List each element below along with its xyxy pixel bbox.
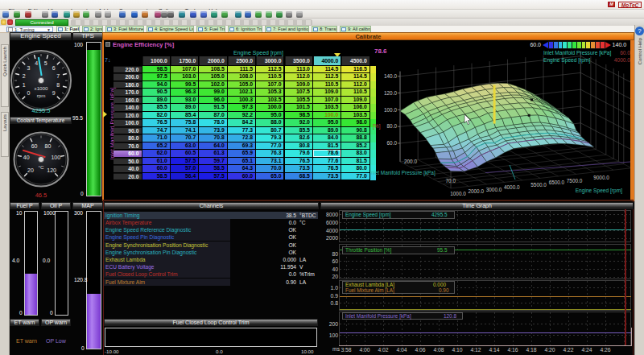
svg-text:4295.5: 4295.5 bbox=[32, 107, 51, 114]
svg-text:80.0: 80.0 bbox=[387, 123, 398, 129]
svg-text:[%]: [%] bbox=[373, 123, 381, 130]
svg-text:3000.0: 3000.0 bbox=[486, 187, 502, 192]
svg-text:7: 7 bbox=[56, 73, 60, 79]
svg-text:7500.0: 7500.0 bbox=[567, 178, 583, 184]
svg-text:120.0: 120.0 bbox=[384, 90, 397, 96]
svg-text:8: 8 bbox=[56, 82, 60, 88]
svg-text:20: 20 bbox=[27, 167, 34, 173]
svg-text:6: 6 bbox=[52, 65, 56, 71]
svg-text:5: 5 bbox=[44, 60, 47, 66]
svg-text:5500.0: 5500.0 bbox=[530, 182, 547, 188]
svg-text:200.0: 200.0 bbox=[404, 159, 417, 164]
svg-text:60.0: 60.0 bbox=[387, 140, 398, 146]
svg-text:x1000: x1000 bbox=[35, 85, 48, 91]
svg-text:70.0: 70.0 bbox=[446, 178, 456, 184]
svg-text:Engine Speed [rpm]: Engine Speed [rpm] bbox=[576, 188, 622, 194]
svg-text:140.0: 140.0 bbox=[384, 73, 397, 79]
svg-text:2: 2 bbox=[23, 73, 26, 79]
svg-text:rpm: rpm bbox=[37, 93, 46, 98]
svg-text:6500.0: 6500.0 bbox=[549, 180, 565, 185]
svg-text:Inlet Manifold Pressure [kPa]: Inlet Manifold Pressure [kPa] bbox=[371, 170, 436, 176]
svg-text:9: 9 bbox=[52, 90, 56, 96]
svg-text:100: 100 bbox=[51, 155, 60, 160]
svg-text:46.5: 46.5 bbox=[35, 192, 47, 199]
svg-text:9000.0: 9000.0 bbox=[593, 175, 609, 180]
svg-text:100.0: 100.0 bbox=[384, 107, 397, 113]
svg-text:4: 4 bbox=[35, 60, 38, 66]
svg-text:0: 0 bbox=[27, 90, 30, 96]
svg-text:3: 3 bbox=[27, 65, 30, 71]
svg-text:2000.0: 2000.0 bbox=[468, 188, 484, 194]
svg-text:1000.0: 1000.0 bbox=[450, 191, 466, 196]
svg-text:40: 40 bbox=[23, 155, 30, 160]
svg-text:1: 1 bbox=[23, 82, 26, 88]
svg-text:120: 120 bbox=[47, 167, 56, 173]
svg-text:80: 80 bbox=[45, 143, 52, 149]
svg-text:°C: °C bbox=[39, 164, 44, 170]
svg-text:4000.0: 4000.0 bbox=[504, 184, 520, 190]
svg-text:60: 60 bbox=[31, 143, 38, 149]
